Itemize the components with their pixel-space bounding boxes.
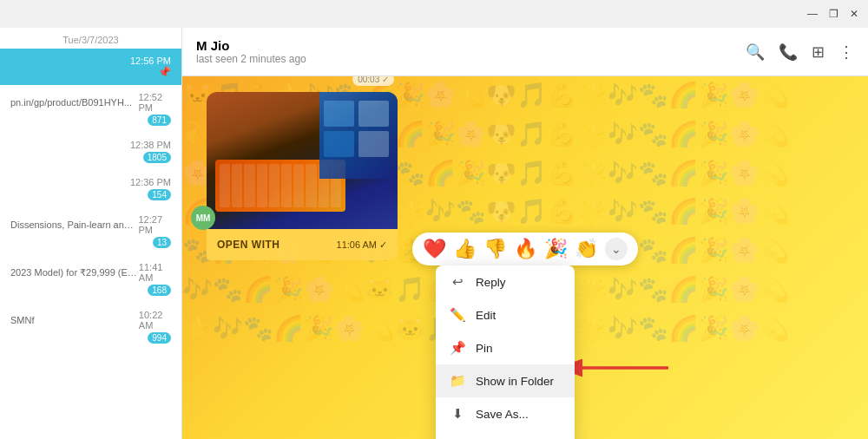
chat-snippet-2: pn.in/gp/product/B091HYH... <box>10 97 138 108</box>
message-bubble: 00:03 ✓ <box>207 92 398 260</box>
chat-badge-5: 13 <box>153 237 171 248</box>
minimize-button[interactable]: — <box>806 7 819 21</box>
open-with-bar: OPEN WITH 11:06 AM ✓ <box>207 229 398 260</box>
sidebar: Tue/3/7/2023 12:56 PM 📌 pn.in/gp/product… <box>0 28 182 439</box>
image-preview <box>207 92 398 229</box>
search-icon[interactable]: 🔍 <box>746 43 765 62</box>
reply-icon: ↩ <box>450 274 465 290</box>
chat-badge-7: 994 <box>148 332 171 344</box>
chat-snippet-7: SMNf <box>10 315 139 325</box>
chat-badge-2: 871 <box>148 115 171 126</box>
reply-label: Reply <box>476 276 506 289</box>
chat-badge-3: 1805 <box>143 152 171 163</box>
reaction-fire[interactable]: 🔥 <box>514 238 537 260</box>
menu-item-edit[interactable]: ✏️ Edit <box>436 298 575 331</box>
reaction-more-button[interactable]: ⌄ <box>605 238 628 260</box>
close-button[interactable]: ✕ <box>847 7 861 21</box>
contact-status: last seen 2 minutes ago <box>196 53 306 65</box>
call-icon[interactable]: 📞 <box>779 43 798 62</box>
menu-item-pin[interactable]: 📌 Pin <box>436 331 575 364</box>
chat-item-6[interactable]: 2023 Model) for ₹29,999 (Effe... 11:41 A… <box>0 255 181 303</box>
more-icon[interactable]: ⋮ <box>838 43 854 62</box>
contact-name: M Jio <box>196 38 306 53</box>
image-content <box>207 92 398 229</box>
open-with-label[interactable]: OPEN WITH <box>217 239 280 251</box>
chat-item-5[interactable]: Dissensions, Pain-learn and U... 12:27 P… <box>0 207 181 255</box>
reaction-heart[interactable]: ❤️ <box>423 238 446 260</box>
check-icon: ✓ <box>379 239 387 251</box>
chat-area: M Jio last seen 2 minutes ago 🔍 📞 ⊞ ⋮ 🐱🎵… <box>182 28 868 439</box>
chat-item-active[interactable]: 12:56 PM 📌 <box>0 49 181 85</box>
chat-badge-6: 168 <box>148 285 171 296</box>
save-as-label: Save As... <box>476 408 529 421</box>
titlebar: — ❐ ✕ <box>0 0 868 28</box>
show-folder-label: Show in Folder <box>476 375 554 388</box>
chat-snippet-5: Dissensions, Pain-learn and U... <box>10 220 138 230</box>
pin-label: Pin <box>476 342 493 355</box>
chat-header-info: M Jio last seen 2 minutes ago <box>196 38 306 65</box>
message-timestamp-top: 00:03 ✓ <box>352 76 394 86</box>
context-menu: ↩ Reply ✏️ Edit 📌 Pin 📁 Show in Folder ⬇ <box>436 265 575 439</box>
chat-item-3[interactable]: 12:38 PM 1805 <box>0 133 181 170</box>
chat-item-4[interactable]: 12:36 PM 154 <box>0 170 181 207</box>
chat-time-7: 10:22 AM <box>139 310 171 331</box>
chat-header: M Jio last seen 2 minutes ago 🔍 📞 ⊞ ⋮ <box>182 28 868 76</box>
chat-time-1: 12:56 PM <box>130 56 171 66</box>
pin-icon: 📌 <box>158 66 171 78</box>
avatar: MM <box>191 206 215 230</box>
chat-time-5: 12:27 PM <box>138 214 171 235</box>
reaction-party[interactable]: 🎉 <box>544 238 568 260</box>
chat-header-icons: 🔍 📞 ⊞ ⋮ <box>746 43 854 62</box>
edit-label: Edit <box>476 309 496 322</box>
message-time: 11:06 AM <box>337 239 377 250</box>
chat-time-6: 11:41 AM <box>139 262 171 283</box>
chat-item-2[interactable]: pn.in/gp/product/B091HYH... 12:52 PM 871 <box>0 85 181 133</box>
sidebar-date: Tue/3/7/2023 <box>0 28 181 49</box>
image-message: OPEN WITH 11:06 AM ✓ <box>207 92 398 260</box>
message-time-check: 11:06 AM ✓ <box>337 239 387 251</box>
pin-menu-icon: 📌 <box>450 340 465 356</box>
edit-icon: ✏️ <box>450 307 465 323</box>
reaction-thumbsup[interactable]: 👍 <box>453 238 477 260</box>
chat-time-2: 12:52 PM <box>138 92 171 113</box>
chat-badge-4: 154 <box>148 189 171 200</box>
chat-item-7[interactable]: SMNf 10:22 AM 994 <box>0 303 181 351</box>
chat-time-4: 12:36 PM <box>130 177 171 187</box>
reaction-bar: ❤️ 👍 👎 🔥 🎉 👏 ⌄ <box>412 233 638 265</box>
layout-icon[interactable]: ⊞ <box>812 43 825 62</box>
main-layout: Tue/3/7/2023 12:56 PM 📌 pn.in/gp/product… <box>0 28 868 439</box>
reaction-clap[interactable]: 👏 <box>575 238 598 260</box>
menu-item-reply[interactable]: ↩ Reply <box>436 265 575 298</box>
folder-icon: 📁 <box>450 373 465 389</box>
photo-overlay <box>319 92 398 179</box>
reaction-thumbsdown[interactable]: 👎 <box>483 238 507 260</box>
menu-item-save-as[interactable]: ⬇ Save As... <box>436 397 575 430</box>
save-icon: ⬇ <box>450 406 465 422</box>
chat-snippet-6: 2023 Model) for ₹29,999 (Effe... <box>10 267 139 278</box>
chat-background: 🐱🎵💪🌟🎶🐾🌈🎉🌸💫🐶🎵💪🌟🎶🐾🌈🎉🌸💫 💫🐱🎵💪🌟🎶🐾🌈🎉🌸🐶🎵💪🌟🎶🐾🌈🎉🌸… <box>182 76 868 439</box>
menu-item-forward[interactable]: ↪ Forward <box>436 430 575 439</box>
chat-time-3: 12:38 PM <box>130 140 171 150</box>
menu-item-show-folder[interactable]: 📁 Show in Folder <box>436 364 575 397</box>
maximize-button[interactable]: ❐ <box>826 7 840 21</box>
